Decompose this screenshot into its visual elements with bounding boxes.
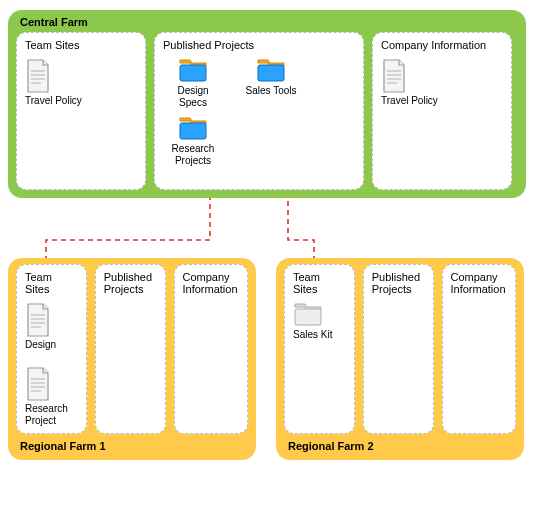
r2-published-projects-panel: Published Projects xyxy=(363,264,434,434)
document-icon xyxy=(381,59,407,93)
svg-rect-7 xyxy=(180,123,206,139)
item-label: Design Specs xyxy=(163,85,223,109)
folder-item: Sales Tools xyxy=(241,59,301,109)
folder-icon xyxy=(293,303,323,327)
svg-rect-5 xyxy=(180,65,206,81)
document-icon xyxy=(25,367,51,401)
panel-title: Team Sites xyxy=(25,271,78,295)
panel-title: Team Sites xyxy=(293,271,346,295)
svg-rect-20 xyxy=(295,309,321,325)
r1-published-projects-panel: Published Projects xyxy=(95,264,166,434)
central-published-projects-panel: Published Projects Design Specs Sales To… xyxy=(154,32,364,190)
item-label: Sales Kit xyxy=(293,329,332,341)
panel-title: Company Information xyxy=(451,271,508,295)
item-label: Sales Tools xyxy=(246,85,297,97)
regional-farm-2: Team Sites Sales Kit Published Projects … xyxy=(276,258,524,460)
r1-company-info-panel: Company Information xyxy=(174,264,249,434)
folder-icon xyxy=(178,117,208,141)
folder-item: Sales Kit xyxy=(293,303,346,341)
document-item: Research Project xyxy=(25,367,78,427)
central-team-sites-panel: Team Sites Travel Policy xyxy=(16,32,146,190)
central-company-info-panel: Company Information Travel Policy xyxy=(372,32,512,190)
panel-title: Published Projects xyxy=(104,271,157,295)
central-farm: Central Farm Team Sites Travel Policy Pu… xyxy=(8,10,526,198)
document-item: Travel Policy xyxy=(25,59,137,107)
item-label: Research Projects xyxy=(163,143,223,167)
r1-team-sites-panel: Team Sites Design Research Project xyxy=(16,264,87,434)
folder-item: Research Projects xyxy=(163,117,223,167)
panel-title: Company Information xyxy=(183,271,240,295)
item-label: Travel Policy xyxy=(381,95,438,107)
document-icon xyxy=(25,59,51,93)
regional-farm-2-title: Regional Farm 2 xyxy=(288,440,516,452)
r2-company-info-panel: Company Information xyxy=(442,264,517,434)
svg-rect-6 xyxy=(258,65,284,81)
folder-icon xyxy=(178,59,208,83)
panel-title: Published Projects xyxy=(163,39,355,51)
panel-title: Company Information xyxy=(381,39,503,51)
central-farm-title: Central Farm xyxy=(20,16,518,28)
regional-farm-1-title: Regional Farm 1 xyxy=(20,440,248,452)
item-label: Design xyxy=(25,339,56,351)
panel-title: Team Sites xyxy=(25,39,137,51)
item-label: Travel Policy xyxy=(25,95,82,107)
folder-icon xyxy=(256,59,286,83)
item-label: Research Project xyxy=(25,403,78,427)
folder-item: Design Specs xyxy=(163,59,223,109)
regional-farm-1: Team Sites Design Research Project xyxy=(8,258,256,460)
r2-team-sites-panel: Team Sites Sales Kit xyxy=(284,264,355,434)
document-item: Travel Policy xyxy=(381,59,503,107)
document-item: Design xyxy=(25,303,78,351)
panel-title: Published Projects xyxy=(372,271,425,295)
document-icon xyxy=(25,303,51,337)
